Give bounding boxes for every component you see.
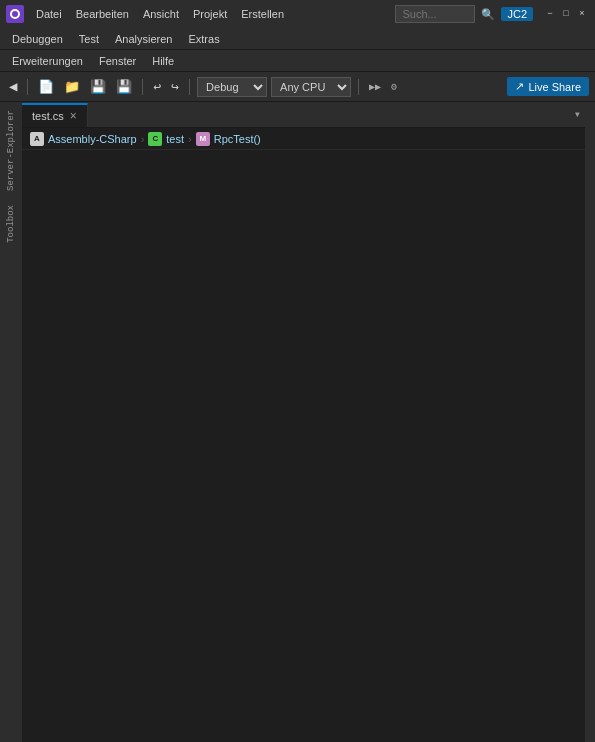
menu-extras[interactable]: Extras <box>180 31 227 47</box>
right-scrollbar[interactable] <box>585 102 595 742</box>
menu-bearbeiten[interactable]: Bearbeiten <box>70 6 135 22</box>
close-button[interactable]: × <box>575 7 589 21</box>
minimize-button[interactable]: − <box>543 7 557 21</box>
live-share-icon: ↗ <box>515 80 524 93</box>
tab-label: test.cs <box>32 110 64 122</box>
breadcrumb-method: RpcTest() <box>214 133 261 145</box>
window-controls: − □ × <box>543 7 589 21</box>
editor-container: test.cs × ▾ A Assembly-CSharp › C test ›… <box>22 102 585 742</box>
menu-hilfe[interactable]: Hilfe <box>144 53 182 69</box>
save-button[interactable]: 💾 <box>87 77 109 97</box>
sidebar-item-server-explorer[interactable]: Server-Explorer <box>4 106 18 195</box>
debug-config-select[interactable]: Debug <box>197 77 267 97</box>
bc-sep1: › <box>141 133 145 145</box>
menu-bar-row2: Debuggen Test Analysieren Extras <box>0 28 595 50</box>
live-share-button[interactable]: ↗ Live Share <box>507 77 589 96</box>
toolbar-sep4 <box>358 79 359 95</box>
menu-debuggen[interactable]: Debuggen <box>4 31 71 47</box>
left-sidebar: Server-Explorer Toolbox <box>0 102 22 742</box>
title-bar: Datei Bearbeiten Ansicht Projekt Erstell… <box>0 0 595 28</box>
vs-logo <box>6 5 24 23</box>
sidebar-item-toolbox[interactable]: Toolbox <box>4 201 18 247</box>
toolbar: ◀ 📄 📁 💾 💾 ↩ ↪ Debug Any CPU ▶▶ ⚙ ↗ Live … <box>0 72 595 102</box>
breadcrumb: A Assembly-CSharp › C test › M RpcTest() <box>22 128 585 150</box>
main-area: Server-Explorer Toolbox test.cs × ▾ A As… <box>0 102 595 742</box>
assembly-icon: A <box>30 132 44 146</box>
cpu-select[interactable]: Any CPU <box>271 77 351 97</box>
toolbar-sep1 <box>27 79 28 95</box>
vs-logo-inner <box>10 9 20 19</box>
method-icon: M <box>196 132 210 146</box>
menu-projekt[interactable]: Projekt <box>187 6 233 22</box>
tab-test-cs[interactable]: test.cs × <box>22 103 88 127</box>
menu-analysieren[interactable]: Analysieren <box>107 31 180 47</box>
menu-bar-row3: Erweiterungen Fenster Hilfe <box>0 50 595 72</box>
undo-button[interactable]: ↩ <box>150 77 164 97</box>
user-badge: JC2 <box>501 7 533 21</box>
search-input[interactable] <box>395 5 475 23</box>
menu-ansicht[interactable]: Ansicht <box>137 6 185 22</box>
menu-erweiterungen[interactable]: Erweiterungen <box>4 53 91 69</box>
bc-sep2: › <box>188 133 192 145</box>
breadcrumb-class: test <box>166 133 184 145</box>
menu-test[interactable]: Test <box>71 31 107 47</box>
line-numbers <box>30 150 76 742</box>
toolbar-extra2[interactable]: ⚙ <box>388 79 400 95</box>
menu-erstellen[interactable]: Erstellen <box>235 6 290 22</box>
code-editor[interactable] <box>22 150 585 742</box>
top-menu-bar: Datei Bearbeiten Ansicht Projekt Erstell… <box>30 6 389 22</box>
code-content[interactable] <box>76 150 585 742</box>
live-share-label: Live Share <box>528 81 581 93</box>
toolbar-sep3 <box>189 79 190 95</box>
open-file-button[interactable]: 📁 <box>61 77 83 97</box>
gutter-decorations <box>22 150 30 742</box>
breadcrumb-assembly: Assembly-CSharp <box>48 133 137 145</box>
toolbar-sep2 <box>142 79 143 95</box>
tab-bar: test.cs × ▾ <box>22 102 585 128</box>
toolbar-extra1[interactable]: ▶▶ <box>366 79 384 95</box>
new-file-button[interactable]: 📄 <box>35 77 57 97</box>
tab-scroll-right[interactable]: ▾ <box>570 107 585 122</box>
back-button[interactable]: ◀ <box>6 76 20 97</box>
menu-fenster[interactable]: Fenster <box>91 53 144 69</box>
save-all-button[interactable]: 💾 <box>113 77 135 97</box>
redo-button[interactable]: ↪ <box>168 77 182 97</box>
menu-datei[interactable]: Datei <box>30 6 68 22</box>
class-icon: C <box>148 132 162 146</box>
maximize-button[interactable]: □ <box>559 7 573 21</box>
tab-close-button[interactable]: × <box>70 110 77 122</box>
